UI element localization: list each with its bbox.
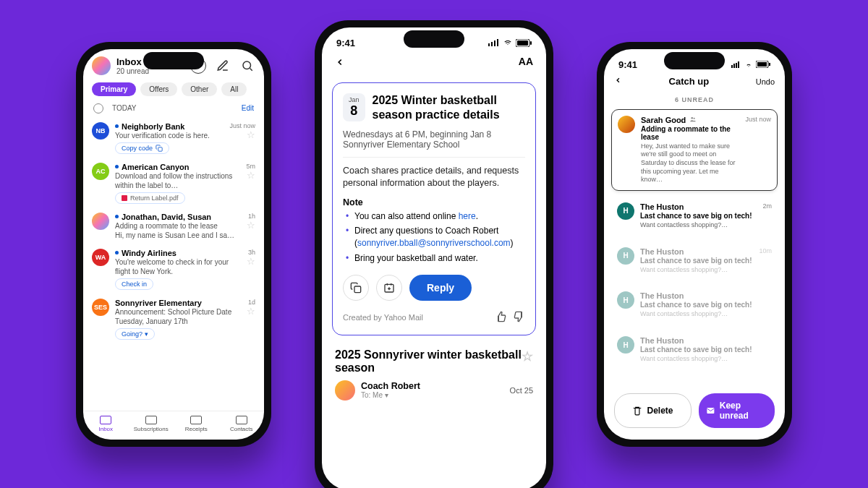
catchup-item[interactable]: H The Huston Last chance to save big on …: [611, 286, 778, 325]
email-link[interactable]: sonnyriver.bball@sonnyriverschool.com: [357, 238, 511, 248]
tab-other[interactable]: Other: [182, 82, 217, 96]
sender-avatar: [335, 380, 355, 401]
message-row[interactable]: NB Neighborly Bank Your verification cod…: [83, 118, 264, 158]
phone-catchup: 9:41 Catch up Undo 6 UNREAD Sarah Good A…: [597, 42, 792, 447]
message-preview: Want contactless shopping?…: [640, 221, 757, 230]
message-preview: Want contactless shopping?…: [640, 310, 772, 319]
keep-unread-button[interactable]: Keep unread: [699, 393, 775, 428]
note-heading: Note: [343, 197, 525, 207]
sender-avatar: AC: [92, 163, 109, 180]
signal-icon: [731, 61, 741, 68]
unread-count-label: 6 UNREAD: [604, 93, 785, 106]
search-icon[interactable]: [239, 58, 255, 74]
tab-all[interactable]: All: [221, 82, 247, 96]
message-row[interactable]: Jonathan, David, Susan Adding a roommate…: [83, 208, 264, 244]
sender-avatar: [92, 213, 109, 230]
delete-button[interactable]: Delete: [614, 393, 692, 428]
checkin-button[interactable]: Check in: [115, 278, 153, 290]
svg-rect-12: [733, 64, 735, 68]
message-subject: Last chance to save big on tech!: [640, 212, 757, 220]
bottom-nav: Inbox Subscriptions Receipts Contacts: [83, 411, 264, 440]
subscriptions-icon: [145, 416, 157, 424]
sender-avatar: SES: [92, 299, 109, 316]
message-time: 2m: [762, 202, 772, 230]
date-month: Jan: [349, 96, 359, 103]
message-time: 1d: [247, 299, 255, 306]
note-item: Direct any questions to Coach Robert (so…: [346, 225, 525, 249]
receipts-icon: [190, 416, 202, 424]
message-row[interactable]: AC American Canyon Download and follow t…: [83, 158, 264, 208]
catchup-item[interactable]: Sarah Good Adding a roommate to the leas…: [611, 109, 778, 191]
copy-code-button[interactable]: Copy code: [115, 142, 169, 154]
message-header[interactable]: Coach Robert To: Me ▾ Oct 25: [322, 374, 546, 406]
message-row[interactable]: SES Sonnyriver Elementary Announcement: …: [83, 294, 264, 344]
message-preview: Your verification code is here.: [115, 131, 224, 140]
here-link[interactable]: here: [459, 211, 476, 221]
message-time: 3h: [247, 249, 255, 256]
sender-name: The Huston: [640, 247, 753, 256]
star-icon[interactable]: ☆: [246, 170, 255, 181]
star-icon[interactable]: ☆: [247, 256, 255, 267]
select-all-checkbox[interactable]: [93, 103, 103, 114]
unread-dot-icon: [115, 215, 119, 218]
catchup-item[interactable]: H The Huston Last chance to save big on …: [611, 241, 778, 281]
attachment-pill[interactable]: Return Label.pdf: [115, 192, 185, 204]
message-preview: Hey, Just wanted to make sure we're stil…: [641, 142, 739, 184]
thread-title: 2025 Sonnyriver winter basketball season: [335, 348, 522, 374]
thumbs-up-icon[interactable]: [495, 311, 506, 325]
sender-avatar: H: [617, 291, 634, 309]
add-calendar-button[interactable]: [376, 275, 402, 301]
catchup-item[interactable]: H The Huston Last chance to save big on …: [611, 330, 778, 369]
nav-contacts[interactable]: Contacts: [219, 416, 265, 432]
tab-offers[interactable]: Offers: [140, 82, 177, 96]
nav-receipts[interactable]: Receipts: [174, 416, 219, 432]
inbox-icon: [100, 416, 111, 424]
profile-avatar[interactable]: [92, 56, 111, 75]
star-icon[interactable]: ☆: [229, 129, 255, 140]
sender-name: The Huston: [640, 291, 772, 300]
compose-icon[interactable]: [215, 58, 231, 74]
people-icon: [689, 116, 697, 124]
catchup-item[interactable]: H The Huston Last chance to save big on …: [611, 197, 778, 236]
copy-button[interactable]: [343, 275, 369, 301]
star-icon[interactable]: ☆: [247, 306, 255, 317]
rsvp-button[interactable]: Going? ▾: [115, 328, 155, 340]
star-icon[interactable]: ☆: [247, 220, 255, 231]
undo-button[interactable]: Undo: [756, 77, 775, 86]
back-button[interactable]: [614, 74, 622, 89]
text-size-button[interactable]: AA: [519, 56, 533, 72]
message-subject: Last chance to save big on tech!: [640, 257, 753, 265]
created-by-label: Created by Yahoo Mail: [343, 313, 423, 322]
note-item: You can also attend online here.: [346, 210, 525, 223]
reply-button[interactable]: Reply: [409, 275, 472, 301]
page-title: Catch up: [622, 76, 756, 87]
edit-button[interactable]: Edit: [242, 104, 254, 112]
status-icons: [731, 61, 770, 68]
battery-icon: [516, 39, 532, 47]
nav-subscriptions[interactable]: Subscriptions: [129, 416, 174, 432]
message-subject: Last chance to save big on tech!: [640, 346, 772, 354]
svg-rect-1: [158, 147, 162, 150]
back-button[interactable]: [335, 56, 345, 72]
svg-rect-9: [354, 286, 361, 293]
sender-name: Sarah Good: [641, 116, 686, 124]
thumbs-down-icon[interactable]: [514, 311, 525, 325]
wifi-icon: [503, 39, 513, 46]
svg-rect-3: [491, 42, 493, 46]
message-time: Just now: [229, 122, 255, 129]
star-icon[interactable]: ☆: [522, 348, 533, 374]
nav-inbox[interactable]: Inbox: [83, 416, 129, 432]
tab-primary[interactable]: Primary: [92, 82, 136, 96]
message-time: 5m: [246, 163, 255, 170]
svg-rect-4: [494, 40, 495, 46]
message-time: 10m: [759, 247, 772, 275]
from-to[interactable]: To: Me ▾: [361, 391, 420, 399]
thread-title-row: 2025 Sonnyriver winter basketball season…: [322, 341, 546, 374]
catchup-list: Sarah Good Adding a roommate to the leas…: [604, 106, 785, 386]
message-preview: Announcement: School Picture Date Tuesda…: [115, 307, 241, 326]
message-row[interactable]: WA Windy Airlines You're welcome to chec…: [83, 244, 264, 294]
section-header: TODAY Edit: [83, 99, 264, 118]
thread-date: Oct 25: [510, 386, 533, 395]
message-list: NB Neighborly Bank Your verification cod…: [83, 118, 264, 411]
card-subtitle: Wednesdays at 6 PM, beginning Jan 8 Sonn…: [343, 129, 525, 158]
